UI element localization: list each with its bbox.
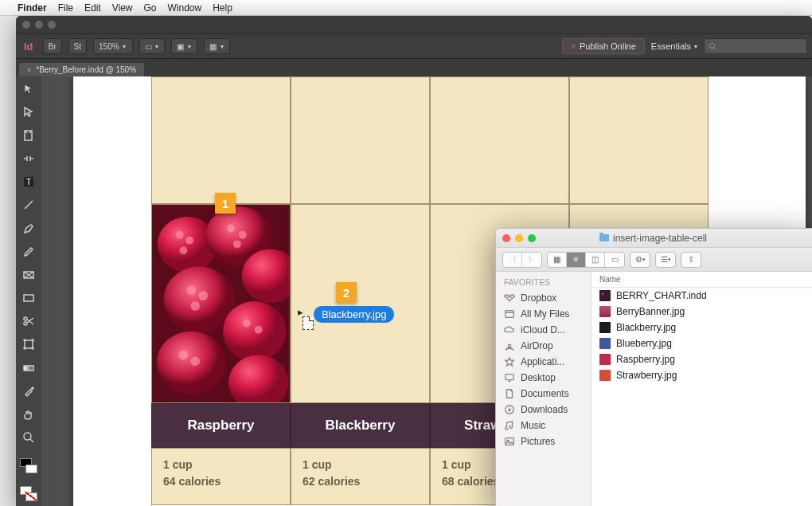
- list-view-button[interactable]: ≡: [567, 253, 586, 267]
- sidebar-item-dropbox[interactable]: Dropbox: [496, 290, 591, 306]
- table-cell[interactable]: [569, 76, 709, 204]
- workspace-dropdown[interactable]: Essentials▾: [651, 41, 697, 51]
- finder-traffic-lights[interactable]: [502, 234, 536, 242]
- share-button[interactable]: ⇪: [681, 252, 701, 268]
- close-window-icon[interactable]: [502, 234, 510, 242]
- document-tab[interactable]: × *Berry_Before.indd @ 150%: [19, 63, 144, 76]
- view-options-button[interactable]: ▭▼: [139, 38, 166, 54]
- sidebar-item-icloud[interactable]: iCloud D...: [496, 322, 591, 338]
- table-cell[interactable]: [430, 76, 569, 204]
- raspberry-image-cell[interactable]: [151, 204, 291, 403]
- default-fill-stroke[interactable]: [20, 486, 37, 501]
- table-cell[interactable]: [151, 76, 291, 204]
- indesign-traffic-lights[interactable]: [22, 21, 56, 29]
- gradient-swatch-tool-icon[interactable]: [20, 360, 37, 375]
- menubar-app-name[interactable]: Finder: [18, 2, 47, 14]
- file-item[interactable]: BERRY_CHART.indd: [591, 288, 812, 304]
- svg-point-29: [186, 285, 196, 295]
- scissors-tool-icon[interactable]: [20, 314, 37, 329]
- callout-2: 2: [336, 282, 357, 303]
- gap-tool-icon[interactable]: [20, 151, 37, 167]
- type-tool-icon[interactable]: T: [20, 175, 37, 190]
- zoom-window-icon[interactable]: [528, 234, 536, 242]
- free-transform-tool-icon[interactable]: [20, 337, 37, 352]
- svg-text:T: T: [26, 178, 31, 186]
- forward-button[interactable]: 〉: [522, 253, 541, 267]
- sidebar-item-downloads[interactable]: Downloads: [496, 402, 591, 418]
- svg-rect-38: [506, 375, 514, 380]
- menu-help[interactable]: Help: [213, 2, 232, 14]
- arrange-dropdown[interactable]: ⚙▾: [630, 252, 650, 268]
- menu-window[interactable]: Window: [168, 2, 202, 14]
- table-header-cell[interactable]: Blackberry: [291, 403, 430, 448]
- publish-online-button[interactable]: ↗Publish Online: [562, 38, 645, 54]
- svg-point-12: [32, 347, 33, 349]
- fill-stroke-swatch[interactable]: [20, 458, 37, 473]
- zoom-tool-icon[interactable]: [20, 430, 37, 445]
- eyedropper-tool-icon[interactable]: [20, 383, 37, 398]
- svg-point-32: [243, 320, 251, 328]
- screen-mode-button[interactable]: ▣▼: [171, 38, 197, 54]
- file-item[interactable]: Blueberry.jpg: [591, 335, 812, 351]
- minimize-window-icon[interactable]: [515, 234, 523, 242]
- sidebar-item-desktop[interactable]: Desktop: [496, 370, 591, 386]
- macos-menubar: Finder File Edit View Go Window Help: [0, 0, 812, 16]
- file-item[interactable]: Blackberry.jpg: [591, 320, 812, 335]
- column-view-button[interactable]: ◫: [586, 253, 605, 267]
- close-tab-icon[interactable]: ×: [27, 66, 31, 74]
- svg-point-10: [32, 339, 33, 341]
- indd-file-icon: [599, 290, 611, 301]
- share-icon: ⇪: [681, 253, 701, 267]
- indesign-app-toolbar: Id Br St 150%▼ ▭▼ ▣▼ ▦▼ ↗Publish Online …: [16, 33, 812, 59]
- page-tool-icon[interactable]: [20, 127, 37, 143]
- table-cell[interactable]: [291, 204, 430, 403]
- arrange-button[interactable]: ▦▼: [204, 38, 230, 54]
- menu-edit[interactable]: Edit: [84, 2, 101, 14]
- sidebar-item-airdrop[interactable]: AirDrop: [496, 338, 591, 354]
- view-mode-segmented[interactable]: ▦ ≡ ◫ ▭: [547, 252, 625, 268]
- gallery-view-button[interactable]: ▭: [605, 253, 624, 267]
- svg-point-35: [190, 356, 200, 366]
- zoom-dropdown[interactable]: 150%▼: [93, 38, 133, 54]
- sidebar-item-documents[interactable]: Documents: [496, 386, 591, 402]
- list-column-header[interactable]: Name: [591, 272, 812, 288]
- drag-file-tooltip: Blackberry.jpg: [314, 306, 394, 323]
- table-data-cell[interactable]: 1 cup62 calories: [291, 448, 430, 505]
- action-dropdown[interactable]: ☰▾: [655, 252, 676, 268]
- menu-file[interactable]: File: [58, 2, 73, 14]
- icon-view-button[interactable]: ▦: [548, 253, 567, 267]
- file-item[interactable]: Strawberry.jpg: [591, 367, 812, 383]
- hand-tool-icon[interactable]: [20, 406, 37, 422]
- svg-point-14: [24, 433, 31, 440]
- table-data-cell[interactable]: 1 cup64 calories: [151, 448, 291, 505]
- back-button[interactable]: 〈: [503, 253, 522, 267]
- nav-back-forward[interactable]: 〈〉: [502, 252, 542, 268]
- jpg-file-icon: [599, 338, 611, 349]
- sidebar-item-all-my-files[interactable]: All My Files: [496, 306, 591, 322]
- selection-tool-icon[interactable]: [20, 81, 37, 96]
- search-input[interactable]: [704, 38, 807, 54]
- all-files-icon: [504, 308, 515, 320]
- svg-point-6: [24, 317, 27, 320]
- menu-go[interactable]: Go: [144, 2, 157, 14]
- sidebar-item-pictures[interactable]: Pictures: [496, 433, 591, 449]
- indesign-titlebar: [16, 16, 812, 33]
- pencil-tool-icon[interactable]: [20, 244, 37, 259]
- finder-titlebar[interactable]: insert-image-table-cell: [496, 229, 812, 248]
- stock-button[interactable]: St: [68, 38, 87, 54]
- bridge-button[interactable]: Br: [43, 38, 62, 54]
- rectangle-frame-tool-icon[interactable]: [20, 267, 37, 282]
- file-item[interactable]: Raspberry.jpg: [591, 351, 812, 367]
- direct-selection-tool-icon[interactable]: [20, 104, 37, 120]
- sidebar-item-music[interactable]: Music: [496, 418, 591, 433]
- line-tool-icon[interactable]: [20, 198, 37, 213]
- table-cell[interactable]: [291, 76, 430, 204]
- file-item[interactable]: BerryBanner.jpg: [591, 304, 812, 320]
- rectangle-tool-icon[interactable]: [20, 291, 37, 306]
- svg-point-37: [508, 344, 511, 347]
- menu-view[interactable]: View: [112, 2, 133, 14]
- pictures-icon: [504, 436, 515, 447]
- sidebar-item-applications[interactable]: Applicati...: [496, 354, 591, 370]
- table-header-cell[interactable]: Raspberry: [151, 403, 291, 448]
- pen-tool-icon[interactable]: [20, 221, 37, 236]
